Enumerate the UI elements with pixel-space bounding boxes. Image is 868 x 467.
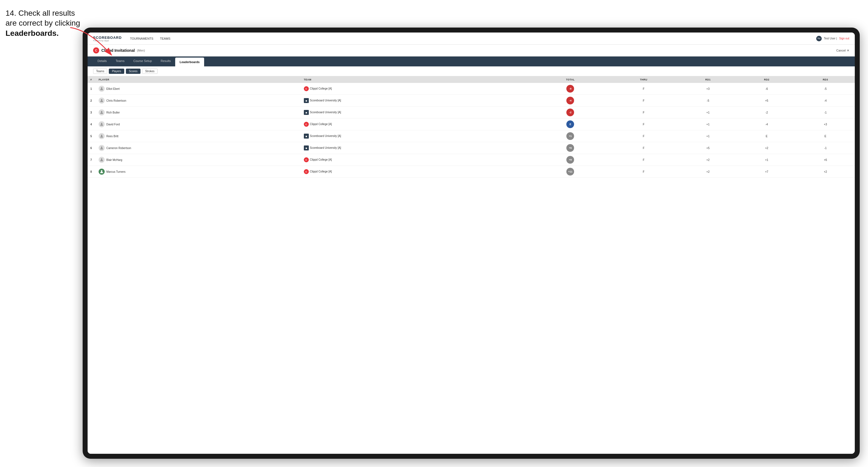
row-position: 4 [88, 119, 96, 130]
row-rd3: -1 [796, 142, 855, 154]
row-rd2: +2 [737, 142, 796, 154]
table-row: 6Cameron Robertson■Scoreboard University… [88, 142, 855, 154]
row-thru: F [609, 154, 679, 166]
row-total: +9 [532, 154, 609, 166]
nav-tournaments[interactable]: TOURNAMENTS [130, 36, 153, 41]
svg-point-7 [101, 158, 102, 160]
row-rd3: +3 [796, 119, 855, 130]
row-rd2: E [737, 130, 796, 142]
svg-point-6 [101, 147, 102, 148]
row-team: ■Scoreboard University [A] [301, 142, 532, 154]
row-thru: F [609, 95, 679, 106]
row-team: CClippd College [A] [301, 83, 532, 95]
filter-strokes-button[interactable]: Strokes [142, 69, 158, 74]
nav-teams[interactable]: TEAMS [160, 36, 170, 41]
leaderboard-table: # PLAYER TEAM TOTAL THRU RD1 RD2 RD3 1El… [88, 76, 855, 454]
row-thru: F [609, 106, 679, 119]
row-rd1: +1 [679, 119, 737, 130]
row-rd2: +1 [737, 154, 796, 166]
col-header-rd3: RD3 [796, 76, 855, 83]
total-badge: +1 [566, 132, 574, 140]
col-header-rd1: RD1 [679, 76, 737, 83]
row-total: +6 [532, 142, 609, 154]
team-name: Scoreboard University [A] [310, 146, 341, 149]
row-rd3: -4 [796, 95, 855, 106]
row-total: -8 [532, 83, 609, 95]
user-name: Test User | [824, 37, 837, 40]
player-name: Marcus Turners [106, 170, 125, 173]
player-name: Elliot Ebert [106, 87, 120, 90]
col-header-pos: # [88, 76, 96, 83]
col-header-rd2: RD2 [737, 76, 796, 83]
row-player: Cameron Robertson [96, 142, 301, 154]
team-logo: ■ [304, 98, 309, 103]
total-badge: +6 [566, 144, 574, 152]
tab-results[interactable]: Results [156, 57, 175, 66]
total-badge: +11 [566, 168, 574, 176]
player-avatar [99, 145, 105, 151]
row-rd1: +1 [679, 130, 737, 142]
filter-scores-button[interactable]: Scores [126, 69, 141, 74]
tab-details[interactable]: Details [93, 57, 111, 66]
tournament-title-area: C Clippd Invitational (Men) [93, 48, 145, 54]
team-logo: C [304, 122, 309, 127]
nav-links: TOURNAMENTS TEAMS [130, 36, 816, 41]
filter-teams-button[interactable]: Teams [93, 69, 107, 74]
row-team: ■Scoreboard University [A] [301, 130, 532, 142]
col-header-team: TEAM [301, 76, 532, 83]
team-logo: ■ [304, 146, 309, 150]
row-thru: F [609, 166, 679, 178]
team-name: Scoreboard University [A] [310, 111, 341, 114]
row-player: Rees Britt [96, 130, 301, 142]
row-rd1: +5 [679, 142, 737, 154]
sign-out-link[interactable]: Sign out [839, 37, 849, 40]
row-total: -4 [532, 95, 609, 106]
table-row: 8Marcus TurnersCClippd College [A]+11F+2… [88, 166, 855, 178]
tournament-name: Clippd Invitational [101, 48, 135, 53]
instruction-text: 14. Check all results are correct by cli… [5, 8, 80, 38]
row-position: 5 [88, 130, 96, 142]
player-avatar [99, 157, 105, 163]
row-player: David Ford [96, 119, 301, 130]
svg-point-1 [101, 87, 102, 89]
team-logo: C [304, 169, 309, 174]
team-name: Scoreboard University [A] [310, 134, 341, 137]
player-avatar [99, 110, 105, 116]
row-position: 8 [88, 166, 96, 178]
logo-sub: Powered by clippd [93, 40, 122, 41]
tab-teams[interactable]: Teams [111, 57, 129, 66]
svg-point-8 [101, 170, 102, 172]
logo-text: SCOREBOARD [93, 35, 122, 40]
row-thru: F [609, 83, 679, 95]
tab-course-setup[interactable]: Course Setup [129, 57, 156, 66]
row-rd3: -1 [796, 106, 855, 119]
row-rd1: +2 [679, 166, 737, 178]
col-header-player: PLAYER [96, 76, 301, 83]
table-row: 5Rees Britt■Scoreboard University [A]+1F… [88, 130, 855, 142]
row-rd2: -6 [737, 83, 796, 95]
player-name: David Ford [106, 123, 120, 126]
filter-players-button[interactable]: Players [109, 69, 124, 74]
svg-point-5 [101, 135, 102, 136]
player-avatar [99, 97, 105, 103]
row-player: Rich Butler [96, 106, 301, 119]
row-team: ■Scoreboard University [A] [301, 106, 532, 119]
team-name: Clippd College [A] [310, 123, 332, 126]
row-rd2: +5 [737, 95, 796, 106]
row-rd1: +2 [679, 154, 737, 166]
total-badge: +9 [566, 156, 574, 164]
top-navigation: SCOREBOARD Powered by clippd TOURNAMENTS… [88, 32, 855, 44]
row-player: Blair McHarg [96, 154, 301, 166]
row-position: 6 [88, 142, 96, 154]
row-player: Marcus Turners [96, 166, 301, 178]
tablet-frame: SCOREBOARD Powered by clippd TOURNAMENTS… [83, 28, 860, 459]
cancel-button[interactable]: Cancel ✕ [836, 49, 849, 52]
tablet-screen: SCOREBOARD Powered by clippd TOURNAMENTS… [88, 32, 855, 454]
col-header-total: TOTAL [532, 76, 609, 83]
svg-point-3 [101, 111, 102, 113]
filter-bar: Teams Players Scores Strokes [88, 66, 855, 76]
row-team: CClippd College [A] [301, 154, 532, 166]
tab-leaderboards[interactable]: Leaderboards [175, 58, 204, 66]
row-rd1: -5 [679, 95, 737, 106]
player-name: Blair McHarg [106, 158, 122, 161]
